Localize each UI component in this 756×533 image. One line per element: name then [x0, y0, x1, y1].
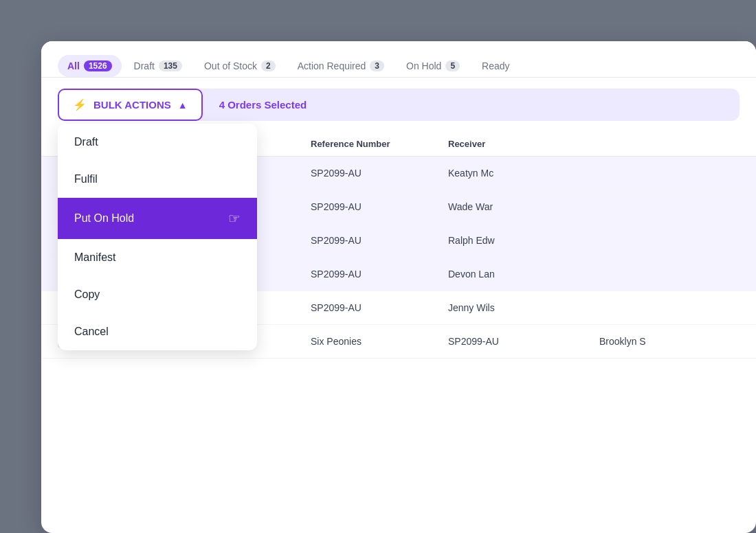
tab-ready-label: Ready: [482, 60, 509, 71]
row-6-ref: SP2099-AU: [448, 336, 599, 347]
tab-draft-badge: 135: [159, 60, 182, 71]
tab-ready[interactable]: Ready: [472, 55, 519, 77]
row-3-receiver: Ralph Edw: [448, 235, 599, 246]
dropdown-put-on-hold-label: Put On Hold: [74, 212, 134, 225]
tab-bar: All 1526 Draft 135 Out of Stock 2 Action…: [41, 41, 756, 78]
row-4-receiver: Devon Lan: [448, 269, 599, 280]
chevron-up-icon: ▲: [178, 100, 188, 111]
tab-draft-label: Draft: [134, 60, 155, 71]
bulk-actions-button[interactable]: ⚡ BULK ACTIONS ▲: [58, 89, 203, 121]
dropdown-manifest-label: Manifest: [74, 251, 115, 263]
dropdown-item-copy[interactable]: Copy: [58, 276, 257, 313]
dropdown-item-manifest[interactable]: Manifest: [58, 239, 257, 276]
tab-out-of-stock-label: Out of Stock: [204, 60, 257, 71]
row-4-ref: SP2099-AU: [311, 269, 448, 280]
dropdown-fulfil-label: Fulfil: [74, 173, 98, 185]
bulk-actions-wrapper: ⚡ BULK ACTIONS ▲ Draft Fulfil Put On Hol…: [58, 89, 203, 121]
tab-on-hold[interactable]: On Hold 5: [397, 55, 469, 77]
dropdown-item-put-on-hold[interactable]: Put On Hold ☞: [58, 198, 257, 239]
tab-out-of-stock-badge: 2: [261, 60, 276, 71]
tab-out-of-stock[interactable]: Out of Stock 2: [194, 55, 285, 77]
tab-action-required-badge: 3: [370, 60, 384, 71]
bulk-actions-label: BULK ACTIONS: [93, 99, 171, 111]
dropdown-draft-label: Draft: [74, 136, 98, 148]
row-6-store: Six Peonies: [311, 336, 448, 347]
bulk-actions-bar: ⚡ BULK ACTIONS ▲ Draft Fulfil Put On Hol…: [58, 89, 740, 121]
row-1-ref: SP2099-AU: [311, 168, 448, 179]
header-ref-col: Reference Number: [311, 139, 448, 149]
row-2-receiver: Wade War: [448, 201, 599, 212]
dropdown-item-cancel[interactable]: Cancel: [58, 313, 257, 350]
tab-all-label: All: [67, 60, 80, 71]
cursor-pointer-icon: ☞: [228, 210, 241, 227]
tab-action-required[interactable]: Action Required 3: [288, 55, 394, 77]
dropdown-copy-label: Copy: [74, 288, 100, 300]
lightning-icon: ⚡: [73, 98, 87, 111]
dropdown-cancel-label: Cancel: [74, 326, 109, 337]
row-6-receiver: Brooklyn S: [599, 336, 723, 347]
tab-all-badge: 1526: [84, 60, 112, 71]
row-5-receiver: Jenny Wils: [448, 302, 599, 313]
row-1-receiver: Keatyn Mc: [448, 168, 599, 179]
row-3-ref: SP2099-AU: [311, 235, 448, 246]
tab-on-hold-badge: 5: [445, 60, 460, 71]
header-extra-col: [599, 139, 723, 149]
tab-all[interactable]: All 1526: [58, 55, 122, 77]
dropdown-item-draft[interactable]: Draft: [58, 124, 257, 161]
tab-on-hold-label: On Hold: [406, 60, 441, 71]
row-5-ref: SP2099-AU: [311, 302, 448, 313]
tab-draft[interactable]: Draft 135: [124, 55, 192, 77]
header-receiver-col: Receiver: [448, 139, 599, 149]
dropdown-item-fulfil[interactable]: Fulfil: [58, 161, 257, 198]
bulk-actions-dropdown: Draft Fulfil Put On Hold ☞ Manifest Copy…: [58, 124, 257, 350]
row-2-ref: SP2099-AU: [311, 201, 448, 212]
orders-selected: 4 Orders Selected: [203, 91, 324, 119]
tab-action-required-label: Action Required: [298, 60, 366, 71]
